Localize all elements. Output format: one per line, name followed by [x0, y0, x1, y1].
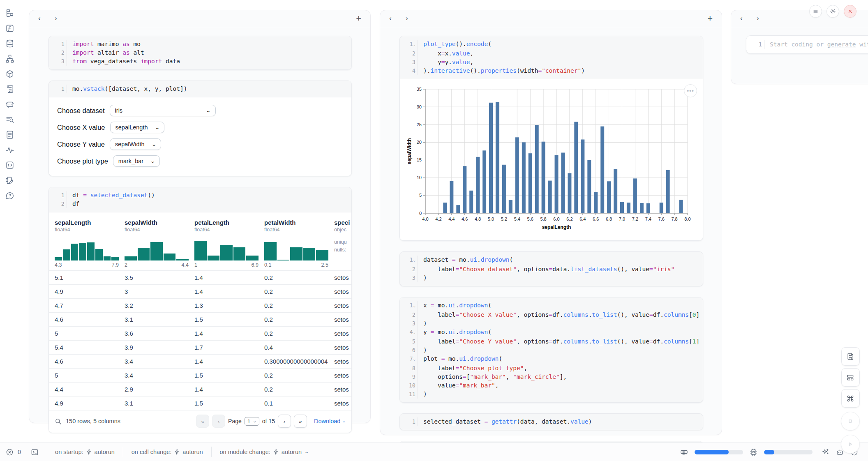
runtime-config-segment[interactable]: on module change:autorun⌄ [211, 447, 317, 457]
generate-link[interactable]: generate [827, 41, 856, 48]
dataframe-table: sepalLengthfloat644.37.9sepalWidthfloat6… [49, 212, 351, 433]
ai-chat-icon[interactable] [5, 99, 15, 109]
chevron-left-icon[interactable]: ‹ [38, 14, 55, 23]
column-header[interactable]: speciobjecuniqunulls: [334, 219, 352, 268]
tracing-icon[interactable] [5, 145, 15, 155]
fold-chevron-icon[interactable]: ⌄ [413, 330, 416, 334]
table-cell: 4.7 [55, 302, 125, 309]
column-histogram[interactable] [55, 237, 119, 260]
dropdown-select[interactable]: sepalWidth⌄ [110, 138, 161, 150]
save-button[interactable] [841, 347, 860, 366]
notebook-annotate-icon[interactable] [5, 175, 15, 185]
stop-button[interactable] [841, 412, 860, 431]
help-icon[interactable] [5, 191, 15, 201]
column-header[interactable]: sepalWidthfloat6424.4 [125, 219, 194, 268]
column-dtype: float64 [55, 227, 119, 233]
code-editor[interactable]: 1df = selected_dataset()2df [49, 187, 351, 212]
window-buttons [809, 5, 856, 18]
previous-page-button[interactable]: ‹ [212, 415, 225, 428]
table-row[interactable]: 4.93.11.50.1setos [49, 396, 351, 410]
table-row[interactable]: 5.43.91.70.4setos [49, 340, 351, 354]
dropdown-label: Choose plot type [57, 157, 108, 165]
outputs-console-icon[interactable] [5, 160, 15, 170]
column-histogram[interactable] [125, 237, 189, 260]
page-label: Page [228, 418, 242, 424]
code-line: plot = mo.ui.dropdown( [418, 355, 502, 364]
ai-sparkle-icon[interactable] [822, 448, 829, 456]
table-row[interactable]: 4.931.40.2setos [49, 284, 351, 298]
code-editor[interactable]: 1selected_dataset = getattr(data, datase… [400, 414, 703, 430]
search-icon[interactable] [55, 418, 62, 425]
dependency-graph-icon[interactable] [5, 54, 15, 64]
code-editor[interactable]: 1⌄dataset = mo.ui.dropdown(2 label="Choo… [400, 252, 703, 286]
last-page-button[interactable]: » [294, 415, 307, 428]
svg-text:30: 30 [417, 104, 422, 109]
chevron-left-icon[interactable]: ‹ [389, 14, 406, 23]
run-button[interactable] [841, 435, 860, 454]
download-button[interactable]: Download⌄ [314, 418, 346, 424]
code-editor-placeholder[interactable]: Start coding or generate with [764, 40, 868, 49]
column-header[interactable]: petalLengthfloat6416.9 [194, 219, 264, 268]
dropdown-select[interactable]: mark_bar⌄ [113, 155, 160, 167]
dropdown-label: Choose dataset [57, 107, 105, 115]
code-line: options=["mark_bar", "mark_circle"], [418, 373, 567, 381]
add-cell-button[interactable]: + [707, 14, 713, 23]
fold-chevron-icon[interactable]: ⌄ [413, 258, 416, 262]
dropdown-select[interactable]: sepalLength⌄ [110, 122, 164, 133]
line-number: 3 [400, 58, 418, 67]
page-select[interactable]: 1⌄ [245, 417, 259, 426]
line-number: 3 [49, 57, 67, 66]
datasources-icon[interactable] [5, 39, 15, 48]
table-row[interactable]: 4.42.91.40.2setos [49, 382, 351, 396]
fold-chevron-icon[interactable]: ⌄ [413, 304, 416, 308]
code-editor[interactable]: 1mo.vstack([dataset, x, y, plot]) [49, 81, 351, 97]
table-row[interactable]: 53.61.40.2setos [49, 326, 351, 340]
column-header[interactable]: sepalLengthfloat644.37.9 [55, 219, 125, 268]
code-editor[interactable]: 1⌄x = mo.ui.dropdown(2 label="Choose X v… [400, 297, 703, 402]
errors-icon[interactable] [6, 448, 14, 456]
fold-chevron-icon[interactable]: ⌄ [413, 357, 416, 361]
scratchpad-search-icon[interactable] [5, 115, 15, 124]
table-row[interactable]: 4.63.41.40.30000000000000004setos [49, 354, 351, 368]
add-cell-button[interactable]: + [356, 14, 361, 23]
column-header[interactable]: petalWidthfloat640.12.5 [264, 219, 334, 268]
menu-icon[interactable] [809, 5, 822, 18]
logs-icon[interactable] [5, 84, 15, 94]
terminal-icon[interactable] [31, 448, 39, 456]
panel-1-cells: 1import marimo as mo2import altair as al… [29, 27, 370, 433]
runtime-config-segment[interactable]: on startup:autorun [47, 447, 123, 457]
snippets-icon[interactable] [5, 130, 15, 140]
table-cell: 1.4 [194, 274, 264, 281]
dropdown-label: Choose Y value [57, 141, 105, 148]
functions-icon[interactable] [5, 23, 15, 33]
chart-options-button[interactable]: ••• [684, 84, 697, 97]
code-line: from vega_datasets import data [67, 57, 180, 66]
runtime-config-segment[interactable]: on cell change:autorun [123, 447, 211, 457]
table-row[interactable]: 5.13.51.40.2setos [49, 270, 351, 284]
chevron-left-icon[interactable]: ‹ [740, 14, 757, 23]
first-page-button[interactable]: « [196, 415, 209, 428]
column-histogram[interactable] [264, 237, 328, 260]
keyboard-shortcuts-button[interactable] [841, 389, 860, 408]
table-row[interactable]: 4.73.21.30.2setos [49, 298, 351, 312]
column-histogram[interactable] [194, 237, 259, 260]
table-row[interactable]: 4.63.11.50.2setos [49, 312, 351, 326]
code-editor[interactable]: 1import marimo as mo2import altair as al… [49, 36, 351, 69]
dropdown-select[interactable]: iris⌄ [110, 105, 216, 116]
fold-chevron-icon[interactable]: ⌄ [413, 42, 416, 46]
gear-icon[interactable] [826, 5, 839, 18]
altair-bar-chart[interactable]: 4.04.24.44.64.85.05.25.45.65.86.06.26.46… [400, 79, 703, 240]
dropdown-value: sepalLength [115, 124, 148, 131]
chevron-right-icon[interactable]: › [406, 14, 422, 23]
line-number: 1 [746, 40, 764, 49]
table-row[interactable]: 53.41.50.2setos [49, 368, 351, 382]
chevron-right-icon[interactable]: › [757, 14, 773, 23]
layout-grid-button[interactable] [841, 368, 860, 387]
cell-output: Choose datasetiris⌄Choose X valuesepalLe… [49, 97, 351, 176]
chevron-right-icon[interactable]: › [55, 14, 71, 23]
file-tree-icon[interactable] [5, 8, 15, 18]
close-icon[interactable] [844, 5, 856, 18]
code-editor[interactable]: 1⌄plot_type().encode(2 x=x.value,3 y=y.v… [400, 36, 703, 79]
next-page-button[interactable]: › [278, 415, 291, 428]
packages-icon[interactable] [5, 69, 15, 79]
